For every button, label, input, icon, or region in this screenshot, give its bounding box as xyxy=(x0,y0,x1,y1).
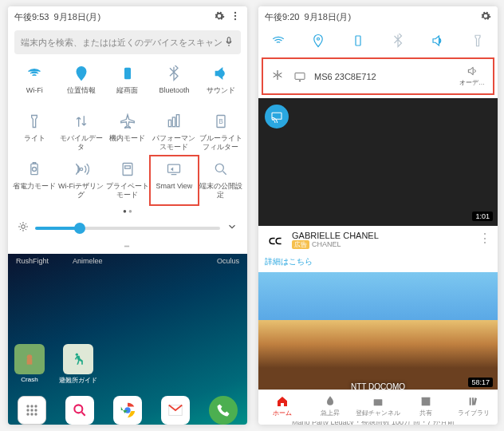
qs-tile-rotation[interactable]: 縦画面 xyxy=(104,61,151,109)
device-icon xyxy=(293,70,306,83)
rotation-icon[interactable] xyxy=(349,32,367,49)
phone-youtube-cast: 午後9:20 9月18日(月) MS6 23C8E712 オーデ… 1:01 xyxy=(258,6,498,425)
sound-icon[interactable] xyxy=(429,32,447,49)
clock: 午後9:53 xyxy=(14,11,49,23)
svg-rect-11 xyxy=(33,163,36,164)
qs-tile-flashlight[interactable]: ライト xyxy=(11,109,57,156)
svg-point-35 xyxy=(317,38,320,40)
qs-tile-location[interactable]: 位置情報 xyxy=(57,61,104,109)
bottom-nav: ホーム急上昇登録チャンネル共有ライブラリ xyxy=(258,389,498,421)
date: 9月18日(月) xyxy=(304,11,351,23)
video-duration: 58:17 xyxy=(468,378,493,387)
bottomnav-subs[interactable]: 登録チャンネル xyxy=(354,390,402,421)
qs-tile-bluelight[interactable]: Bブルーライトフィルター xyxy=(198,109,244,156)
svg-rect-20 xyxy=(27,359,33,365)
chrome-icon[interactable] xyxy=(113,396,142,425)
qs-tile-performance[interactable]: パフォーマンスモード xyxy=(151,109,197,156)
qs-tile-wifi[interactable]: Wi-Fi xyxy=(11,61,57,109)
qs-tile-visibility[interactable]: 端末の公開設定 xyxy=(198,156,244,204)
qs-tile-private[interactable]: プライベートモード xyxy=(104,156,151,204)
svg-point-39 xyxy=(299,80,300,81)
video-info-1[interactable]: ᑕᑕ GABRIELLE CHANEL 広告CHANEL ⋮ xyxy=(258,226,498,256)
qs-tile-sound[interactable]: サウンド xyxy=(198,61,244,109)
svg-point-23 xyxy=(30,405,33,407)
location-icon[interactable] xyxy=(309,32,327,49)
qs-tile-airplane[interactable]: 機内モード xyxy=(104,109,151,156)
ad-badge: 広告 xyxy=(292,240,309,249)
svg-rect-5 xyxy=(169,120,171,126)
svg-point-13 xyxy=(80,168,82,170)
smartview-cast-row[interactable]: MS6 23C8E712 オーデ… xyxy=(263,59,493,93)
video-duration: 1:01 xyxy=(472,212,493,221)
svg-rect-40 xyxy=(272,113,282,119)
svg-rect-6 xyxy=(173,117,175,127)
expand-chevron-icon[interactable] xyxy=(226,221,238,235)
settings-gear-icon[interactable] xyxy=(214,10,225,23)
bottomnav-home[interactable]: ホーム xyxy=(258,390,306,421)
wifi-icon[interactable] xyxy=(270,32,287,49)
svg-point-12 xyxy=(33,168,37,172)
svg-text:B: B xyxy=(219,117,223,125)
bottomnav-share[interactable]: 共有 xyxy=(402,390,450,421)
app-evacuation-guide[interactable]: 避難所ガイド xyxy=(59,344,97,385)
smartview-icon xyxy=(271,69,284,85)
svg-point-25 xyxy=(26,409,29,411)
svg-rect-38 xyxy=(295,73,305,79)
svg-point-29 xyxy=(30,413,33,415)
settings-gear-icon[interactable] xyxy=(480,10,491,23)
svg-rect-36 xyxy=(356,36,360,45)
panel-handle[interactable]: ━ xyxy=(8,240,247,254)
video-thumbnail-1[interactable]: 1:01 xyxy=(258,98,498,226)
video-thumbnail-2[interactable]: 58:17 xyxy=(258,272,498,392)
app-crash[interactable]: Crash xyxy=(14,344,45,385)
svg-point-2 xyxy=(234,18,236,20)
audio-output[interactable]: オーデ… xyxy=(459,65,485,87)
brightness-row xyxy=(8,218,247,240)
search-app-icon[interactable] xyxy=(65,396,94,425)
svg-point-37 xyxy=(277,73,279,76)
phone-quick-settings: 午後9:53 9月18日(月) 端末内を検索、またはは近くのデバイスをスキャン … xyxy=(8,6,247,425)
overflow-icon[interactable] xyxy=(230,10,241,23)
gmail-icon[interactable] xyxy=(161,396,190,425)
svg-point-17 xyxy=(215,164,223,172)
svg-point-22 xyxy=(26,405,29,407)
bottomnav-trending[interactable]: 急上昇 xyxy=(306,390,354,421)
svg-point-18 xyxy=(22,225,26,229)
qs-tile-tether[interactable]: Wi-Fiテザリング xyxy=(57,156,104,204)
details-link[interactable]: 詳細はこちら xyxy=(258,256,498,272)
svg-point-3 xyxy=(80,70,82,73)
mic-icon[interactable] xyxy=(223,36,234,49)
svg-point-31 xyxy=(74,405,82,413)
svg-point-30 xyxy=(34,413,37,415)
svg-point-24 xyxy=(34,405,37,407)
widget-badge[interactable]: Oculus xyxy=(217,257,239,265)
svg-point-19 xyxy=(27,354,33,360)
auto-brightness-icon[interactable] xyxy=(18,221,29,235)
search-field[interactable]: 端末内を検索、またはは近くのデバイスをスキャン xyxy=(14,30,241,54)
channel-avatar[interactable]: ᑕᑕ xyxy=(265,231,285,251)
video-title: GABRIELLE CHANEL xyxy=(292,231,379,240)
brightness-slider[interactable] xyxy=(35,227,220,230)
status-bar: 午後9:20 9月18日(月) xyxy=(258,6,498,27)
qs-tile-mobile-data[interactable]: モバイルデータ xyxy=(57,109,104,156)
svg-point-1 xyxy=(234,15,236,17)
overflow-icon[interactable]: ⋮ xyxy=(478,231,491,251)
qs-tile-bluetooth[interactable]: Bluetooth xyxy=(151,61,197,109)
bottomnav-library[interactable]: ライブラリ xyxy=(450,390,498,421)
svg-rect-14 xyxy=(123,164,132,176)
widget-badge[interactable]: Animelee xyxy=(73,257,103,265)
phone-icon[interactable] xyxy=(209,396,238,425)
channel-name: CHANEL xyxy=(312,240,341,248)
qs-tile-power-save[interactable]: 省電力モード xyxy=(11,156,57,204)
cast-active-icon[interactable] xyxy=(265,105,289,129)
svg-rect-4 xyxy=(125,68,131,78)
app-drawer-icon[interactable] xyxy=(18,396,46,425)
bluetooth-icon[interactable] xyxy=(389,32,407,49)
widget-badge[interactable]: RushFight xyxy=(16,257,49,265)
svg-point-27 xyxy=(34,409,37,411)
quick-settings-grid: Wi-Fi位置情報縦画面Bluetoothサウンドライトモバイルデータ機内モード… xyxy=(8,57,247,204)
flashlight-icon[interactable] xyxy=(469,32,486,49)
qs-tile-smartview[interactable]: Smart View xyxy=(151,156,197,204)
svg-point-0 xyxy=(234,12,236,14)
svg-rect-7 xyxy=(177,115,179,127)
